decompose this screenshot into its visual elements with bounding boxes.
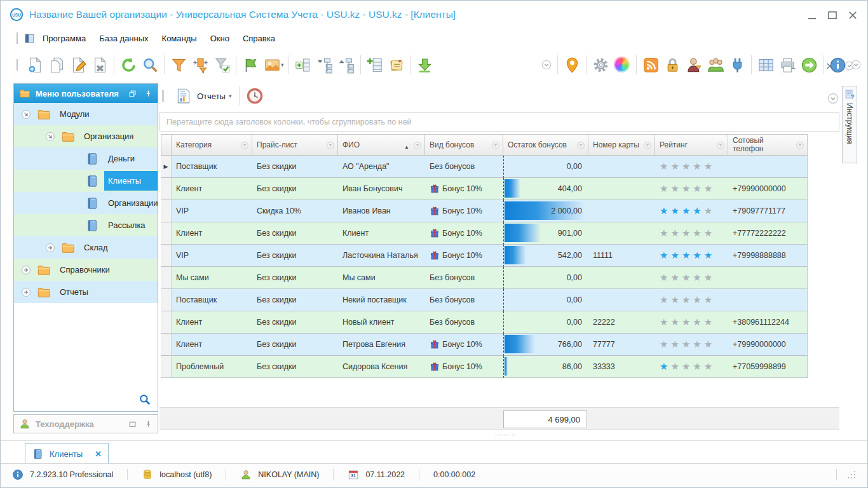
export-down-button[interactable] xyxy=(414,53,436,76)
rating-star-icon[interactable]: ★ xyxy=(670,316,679,328)
flag-button[interactable] xyxy=(240,53,261,76)
expander-collapsed-icon[interactable] xyxy=(44,242,56,254)
table-row[interactable]: VIPСкидка 10%Иванов ИванБонус 10%2 000,0… xyxy=(161,200,808,222)
rating-star-icon[interactable]: ★ xyxy=(693,183,701,194)
search-button[interactable] xyxy=(139,53,161,76)
user-group-button[interactable] xyxy=(705,53,726,76)
table-row[interactable]: КлиентБез скидкиИван БонусовичБонус 10%4… xyxy=(161,178,808,200)
header-filter-icon[interactable] xyxy=(240,140,250,151)
rating-star-icon[interactable]: ★ xyxy=(660,316,668,328)
rating-star-icon[interactable]: ★ xyxy=(660,272,668,283)
table-row[interactable]: КлиентБез скидкиНовый клиентБез бонусов0… xyxy=(161,311,808,334)
rating-star-icon[interactable]: ★ xyxy=(693,339,701,350)
sidebar-item[interactable]: Организации xyxy=(14,192,158,214)
rating-star-icon[interactable]: ★ xyxy=(660,161,668,172)
sidebar-item[interactable]: Клиенты xyxy=(14,170,158,192)
rating-star-icon[interactable]: ★ xyxy=(693,250,701,261)
filter-button[interactable] xyxy=(168,53,189,76)
column-filter-button[interactable] xyxy=(189,53,211,76)
column-header[interactable]: Категория xyxy=(172,134,252,156)
menu-item[interactable]: База данных xyxy=(99,34,148,43)
copy-document-button[interactable] xyxy=(46,53,67,76)
column-header[interactable]: Рейтинг xyxy=(655,134,728,156)
plug-button[interactable] xyxy=(726,53,748,76)
expander-collapsed-icon[interactable] xyxy=(20,264,32,276)
column-header[interactable]: Сотовый телефон xyxy=(728,134,808,156)
edit-document-button[interactable] xyxy=(67,53,89,76)
sidebar-item[interactable]: Модули xyxy=(14,103,158,125)
reports-toolbar-grip[interactable] xyxy=(162,90,165,102)
rating-star-icon[interactable]: ★ xyxy=(704,361,712,372)
row-expand-button[interactable] xyxy=(292,53,314,76)
user-key-button[interactable] xyxy=(683,53,705,76)
column-header[interactable]: Остаток бонусов xyxy=(503,134,588,156)
rating-star-icon[interactable]: ★ xyxy=(682,361,690,372)
table-row[interactable]: ПоставщикБез скидкиНекий поставщикБез бо… xyxy=(161,289,808,311)
chevron-down-button[interactable] xyxy=(539,57,554,72)
table-row[interactable]: ▶ПоставщикБез скидкиАО "Аренда"Без бонус… xyxy=(161,156,808,178)
rating-star-icon[interactable]: ★ xyxy=(682,294,690,306)
close-button[interactable] xyxy=(847,10,858,20)
header-filter-icon[interactable] xyxy=(491,140,501,151)
info-icon[interactable] xyxy=(12,469,24,480)
rating-star-icon[interactable]: ★ xyxy=(704,294,712,306)
rating-star-icon[interactable]: ★ xyxy=(660,205,668,217)
rating-star-icon[interactable]: ★ xyxy=(693,161,701,172)
support-restore-button[interactable] xyxy=(128,420,137,428)
filter-check-button[interactable] xyxy=(211,53,233,76)
rating-star-icon[interactable]: ★ xyxy=(704,339,712,350)
rating-star-icon[interactable]: ★ xyxy=(704,161,712,172)
header-filter-icon[interactable] xyxy=(412,140,423,151)
expander-expanded-icon[interactable] xyxy=(20,109,32,120)
header-filter-icon[interactable] xyxy=(325,140,336,151)
table-row[interactable]: ПроблемныйБез скидкиСидорова КсенияБонус… xyxy=(161,356,808,378)
table-row[interactable]: КлиентБез скидкиПетрова ЕвгенияБонус 10%… xyxy=(161,334,808,356)
rating-star-icon[interactable]: ★ xyxy=(660,339,668,350)
expander-collapsed-icon[interactable] xyxy=(20,287,32,298)
sidebar-item[interactable]: Организация xyxy=(14,125,158,147)
header-filter-icon[interactable] xyxy=(576,140,586,151)
color-wheel-button[interactable] xyxy=(611,53,633,76)
lock-button[interactable] xyxy=(661,53,683,76)
delete-document-button[interactable] xyxy=(89,53,111,76)
rating-star-icon[interactable]: ★ xyxy=(670,294,679,306)
rating-star-icon[interactable]: ★ xyxy=(660,250,668,261)
rating-star-icon[interactable]: ★ xyxy=(660,361,668,372)
resize-grip-icon[interactable] xyxy=(847,470,856,479)
tab-clients[interactable]: Клиенты ✕ xyxy=(25,443,109,464)
rating-star-icon[interactable]: ★ xyxy=(704,250,712,261)
column-header[interactable]: Прайс-лист xyxy=(252,134,338,156)
rating-star-icon[interactable]: ★ xyxy=(660,294,668,306)
column-header[interactable]: ФИО▲ xyxy=(338,134,425,156)
table-row[interactable]: КлиентБез скидкиКлиентБонус 10%901,00★★★… xyxy=(161,222,808,245)
rating-star-icon[interactable]: ★ xyxy=(682,272,690,283)
tree-search-icon[interactable] xyxy=(139,393,151,406)
tree-collapse-button[interactable] xyxy=(314,53,336,76)
go-next-button[interactable] xyxy=(798,53,820,76)
add-column-button[interactable] xyxy=(364,53,386,76)
rating-star-icon[interactable]: ★ xyxy=(682,316,690,328)
image-button[interactable] xyxy=(261,53,283,76)
rating-star-icon[interactable]: ★ xyxy=(693,227,701,239)
rating-star-icon[interactable]: ★ xyxy=(693,316,701,328)
support-pin-button[interactable] xyxy=(144,420,153,428)
settings-gear-button[interactable] xyxy=(590,53,611,76)
sidebar-item[interactable]: Склад xyxy=(14,236,158,259)
rating-star-icon[interactable]: ★ xyxy=(682,161,690,172)
sidebar-item[interactable]: Деньги xyxy=(14,147,158,170)
rating-star-icon[interactable]: ★ xyxy=(660,183,668,194)
column-header[interactable]: Номер карты xyxy=(588,134,655,156)
minimize-button[interactable] xyxy=(806,10,818,20)
menubar-grip[interactable] xyxy=(16,32,19,44)
rating-star-icon[interactable]: ★ xyxy=(693,361,701,372)
clock-icon[interactable] xyxy=(246,87,264,105)
header-filter-icon[interactable] xyxy=(795,140,805,151)
rating-star-icon[interactable]: ★ xyxy=(704,227,712,239)
header-filter-icon[interactable] xyxy=(642,140,653,151)
rating-star-icon[interactable]: ★ xyxy=(670,339,679,350)
rating-star-icon[interactable]: ★ xyxy=(670,161,679,172)
header-filter-icon[interactable] xyxy=(715,140,726,151)
reports-toolbar-chevron-icon[interactable] xyxy=(827,92,839,105)
sidebar-item[interactable]: Отчеты xyxy=(14,281,158,303)
image-dropdown-arrow-icon[interactable]: ▾ xyxy=(281,62,284,68)
